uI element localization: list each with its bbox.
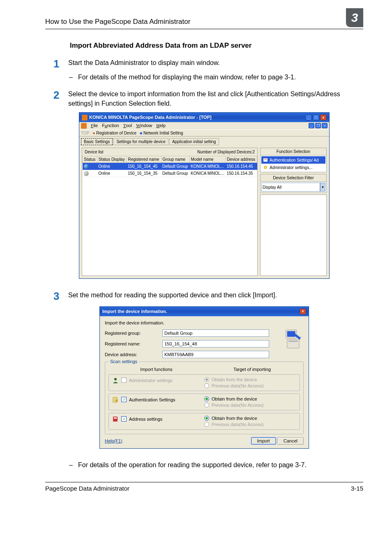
admin-person-icon	[112, 377, 119, 384]
import-button[interactable]: Import	[251, 437, 276, 445]
checkbox-address-settings[interactable]: ✓	[121, 416, 127, 422]
table-row[interactable]: Online 150_16_154_35 Default Group KONIC…	[83, 170, 257, 177]
step-2-number: 2	[53, 89, 68, 108]
device-address-value: KMBT59AAB9	[162, 351, 269, 358]
close-icon[interactable]: ×	[300, 308, 306, 315]
filter-select[interactable]	[261, 183, 320, 192]
function-selection-title: Function Selection	[261, 148, 326, 155]
radio-previous	[204, 383, 209, 388]
app-icon	[81, 123, 87, 129]
device-filter-title: Device Selection Filter	[261, 174, 326, 182]
admin-settings-label: Administrator settings	[129, 378, 173, 383]
footer-page-number: 3-15	[351, 485, 363, 492]
computer-icon	[284, 329, 303, 351]
svg-rect-5	[287, 331, 295, 337]
step-3-text: Set the method for reading the supported…	[68, 290, 363, 302]
menu-function[interactable]: Function	[102, 123, 119, 129]
toolbar-top[interactable]: TOP	[81, 131, 89, 135]
address-book-icon	[112, 416, 119, 422]
col-registered-name[interactable]: Registered name	[127, 156, 161, 163]
screenshot-main-window: KONICA MINOLTA PageScope Data Administra…	[79, 112, 330, 279]
tab-multiple-device[interactable]: Settings for multiple device	[113, 138, 168, 145]
col-target-importing: Target of importing	[204, 367, 300, 372]
svg-point-10	[115, 399, 118, 402]
maximize-icon[interactable]: □	[313, 114, 319, 120]
device-table: Status Status Display Registered name Gr…	[82, 156, 257, 177]
close-icon[interactable]: ×	[320, 114, 327, 120]
section-title: Import Abbreviated Address Data from an …	[70, 42, 363, 50]
address-settings-label: Address settings	[129, 417, 162, 422]
radio-previous	[204, 403, 209, 408]
dialog-heading: Import the device information.	[105, 320, 304, 325]
device-list-label: Device list	[85, 150, 104, 154]
col-status[interactable]: Status	[83, 156, 97, 163]
status-online-icon	[84, 171, 89, 176]
menu-file[interactable]: File	[91, 123, 98, 129]
registered-group-label: Registered group:	[105, 331, 162, 336]
scan-settings-legend: Scan settings	[108, 359, 139, 364]
col-group-name[interactable]: Group name	[161, 156, 189, 163]
bullet-dash: –	[69, 72, 78, 82]
radio-obtain[interactable]	[204, 416, 209, 421]
col-model-name[interactable]: Model name	[189, 156, 226, 163]
step-1-number: 1	[53, 58, 68, 70]
svg-point-8	[114, 378, 117, 380]
menu-window[interactable]: Window	[136, 123, 152, 129]
mdi-restore-icon[interactable]: ❐	[315, 123, 321, 128]
chevron-down-icon[interactable]: ▼	[320, 183, 325, 192]
menu-tool[interactable]: Tool	[123, 123, 132, 129]
svg-rect-7	[288, 341, 298, 342]
help-link[interactable]: Help(F1)	[105, 438, 122, 443]
screenshot-import-dialog: Import the device information. × Import …	[99, 306, 309, 449]
running-header: How to Use the PageScope Data Administra…	[45, 18, 190, 26]
footer-left: PageScope Data Administrator	[45, 485, 129, 492]
device-address-label: Device address:	[105, 352, 162, 357]
status-online-icon	[84, 164, 89, 169]
table-row[interactable]: Online 150_16_154_45 Default Group KONIC…	[83, 163, 257, 170]
col-import-functions: Import functions	[108, 367, 204, 372]
function-auth-settings[interactable]: Authentication Settings/ Ad	[261, 156, 325, 164]
tab-application-initial[interactable]: Application initial setting	[169, 138, 219, 145]
admin-icon	[263, 165, 268, 170]
step-2-text: Select the device to import information …	[68, 89, 363, 108]
svg-rect-1	[264, 159, 267, 160]
minimize-icon[interactable]: _	[305, 114, 312, 120]
step-3-sub: For details of the operation for reading…	[78, 460, 307, 470]
toolbar-registration[interactable]: ● Registration of Device	[92, 131, 136, 135]
radio-obtain[interactable]	[204, 396, 209, 401]
svg-point-3	[265, 167, 266, 168]
registered-name-value: 150_16_154_48	[162, 340, 269, 348]
step-1-sub: For details of the method for displaying…	[78, 72, 296, 82]
step-3-number: 3	[53, 290, 68, 302]
auth-key-icon	[112, 396, 119, 403]
radio-previous	[204, 422, 209, 427]
window-title: KONICA MINOLTA PageScope Data Administra…	[82, 115, 212, 120]
toolbar-network-initial[interactable]: ■ Network Initial Setting	[140, 131, 183, 135]
svg-rect-11	[113, 417, 118, 422]
chapter-number: 3	[346, 8, 363, 27]
auth-settings-label: Authentication Settings	[129, 397, 175, 402]
registered-name-label: Registered name:	[105, 341, 162, 346]
function-admin-settings[interactable]: Administrator settings...	[261, 164, 325, 171]
svg-rect-0	[264, 158, 267, 162]
mdi-minimize-icon[interactable]: _	[309, 123, 314, 128]
auth-icon	[263, 158, 268, 162]
cancel-button[interactable]: Cancel	[277, 437, 304, 445]
tab-basic-settings[interactable]: Basic Settings	[81, 138, 113, 145]
dialog-title: Import the device information.	[102, 309, 167, 314]
bullet-dash: –	[69, 460, 78, 470]
mdi-close-icon[interactable]: ×	[322, 123, 327, 128]
col-device-address[interactable]: Device address	[226, 156, 257, 163]
device-count: Number of Displayed Devices:2	[197, 150, 255, 154]
registered-group-value: Default Group	[162, 329, 269, 337]
step-1-text: Start the Data Administrator to display …	[68, 58, 363, 70]
radio-obtain	[204, 377, 209, 382]
menu-help[interactable]: Help	[156, 123, 166, 129]
svg-rect-12	[114, 417, 117, 419]
col-status-display[interactable]: Status Display	[97, 156, 127, 163]
checkbox-admin-settings	[121, 378, 127, 383]
checkbox-auth-settings[interactable]: ✓	[121, 397, 127, 402]
